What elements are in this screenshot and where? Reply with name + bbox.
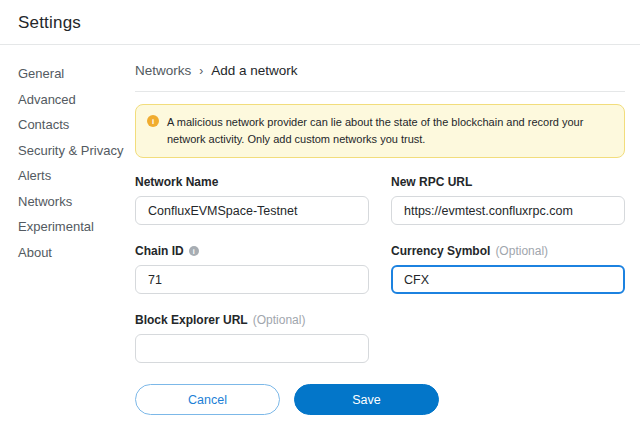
page-title: Settings xyxy=(18,13,81,32)
settings-window: Settings General Advanced Contacts Secur… xyxy=(0,0,640,428)
chain-id-label: Chain ID xyxy=(135,244,184,258)
cancel-button[interactable]: Cancel xyxy=(135,384,280,415)
sidebar-item-contacts[interactable]: Contacts xyxy=(18,118,135,131)
chain-id-field-group: Chain ID i xyxy=(135,244,369,294)
sidebar-item-alerts[interactable]: Alerts xyxy=(18,169,135,182)
currency-symbol-field-group: Currency Symbol (Optional) xyxy=(391,244,625,294)
rpc-url-label: New RPC URL xyxy=(391,175,472,189)
chain-id-info-icon[interactable]: i xyxy=(189,246,199,256)
settings-sidebar: General Advanced Contacts Security & Pri… xyxy=(0,45,135,428)
sidebar-item-experimental[interactable]: Experimental xyxy=(18,220,135,233)
add-network-form: Network Name New RPC URL Chain ID i xyxy=(135,175,625,363)
network-name-label: Network Name xyxy=(135,175,218,189)
currency-symbol-label: Currency Symbol xyxy=(391,244,490,258)
info-icon: i xyxy=(147,115,159,127)
settings-content: Networks › Add a network i A malicious n… xyxy=(135,45,640,428)
sidebar-item-networks[interactable]: Networks xyxy=(18,195,135,208)
network-name-input[interactable] xyxy=(135,196,369,225)
currency-symbol-optional-tag: (Optional) xyxy=(495,244,548,258)
chevron-right-icon: › xyxy=(199,64,203,78)
sidebar-item-security[interactable]: Security & Privacy xyxy=(18,144,135,157)
breadcrumb-current-page: Add a network xyxy=(211,63,297,78)
rpc-url-input[interactable] xyxy=(391,196,625,225)
rpc-url-field-group: New RPC URL xyxy=(391,175,625,225)
block-explorer-label: Block Explorer URL xyxy=(135,313,248,327)
sidebar-item-advanced[interactable]: Advanced xyxy=(18,93,135,106)
network-name-field-group: Network Name xyxy=(135,175,369,225)
grid-spacer xyxy=(391,313,625,363)
block-explorer-optional-tag: (Optional) xyxy=(253,313,306,327)
block-explorer-field-group: Block Explorer URL (Optional) xyxy=(135,313,369,363)
warning-text: A malicious network provider can lie abo… xyxy=(167,114,612,148)
settings-header: Settings xyxy=(0,0,640,45)
breadcrumb-networks-link[interactable]: Networks xyxy=(135,63,191,78)
currency-symbol-input[interactable] xyxy=(391,265,625,294)
malicious-network-warning-banner: i A malicious network provider can lie a… xyxy=(135,104,625,158)
block-explorer-input[interactable] xyxy=(135,334,369,363)
sidebar-item-about[interactable]: About xyxy=(18,246,135,259)
save-button[interactable]: Save xyxy=(294,384,439,415)
form-actions: Cancel Save xyxy=(135,384,625,415)
chain-id-input[interactable] xyxy=(135,265,369,294)
breadcrumb: Networks › Add a network xyxy=(135,63,625,92)
sidebar-item-general[interactable]: General xyxy=(18,67,135,80)
